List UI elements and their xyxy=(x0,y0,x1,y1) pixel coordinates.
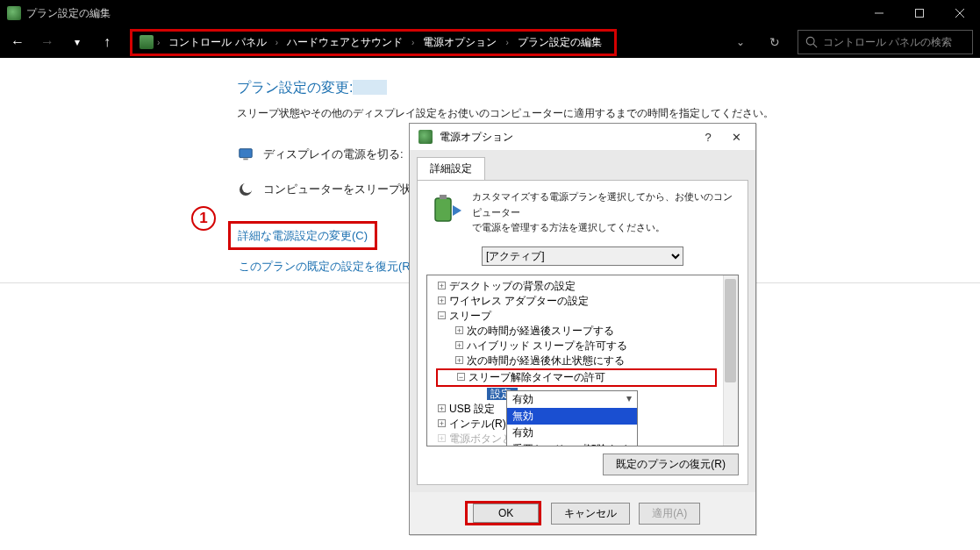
power-plan-icon xyxy=(139,35,154,49)
search-input[interactable]: コントロール パネルの検索 xyxy=(798,30,973,54)
breadcrumb-plan-edit[interactable]: プラン設定の編集 xyxy=(512,35,607,50)
dialog-power-icon xyxy=(418,130,433,144)
dialog-title: 電源オプション xyxy=(440,130,513,145)
svg-rect-10 xyxy=(435,198,451,221)
dialog-footer: OK キャンセル 適用(A) xyxy=(410,492,755,534)
plan-name-selected xyxy=(353,80,386,95)
breadcrumb[interactable]: › コントロール パネル › ハードウェアとサウンド › 電源オプション › プ… xyxy=(130,29,617,56)
breadcrumb-sep: › xyxy=(505,38,508,47)
cancel-button[interactable]: キャンセル xyxy=(551,503,630,525)
dialog-tabs: 詳細設定 xyxy=(410,150,755,180)
breadcrumb-sep: › xyxy=(411,38,414,47)
page-description: スリープ状態やその他のディスプレイ設定をお使いのコンピューターに適用するまでの時… xyxy=(237,106,980,121)
tree-wake-timer-highlight: −スリープ解除タイマーの許可 xyxy=(436,368,717,387)
dialog-titlebar: 電源オプション ? ✕ xyxy=(410,124,755,150)
combo-current[interactable]: 有効 xyxy=(507,391,637,408)
ok-button[interactable]: OK xyxy=(473,504,539,523)
breadcrumb-control-panel[interactable]: コントロール パネル xyxy=(163,35,271,50)
restore-row: 既定のプランの復元(R) xyxy=(426,446,739,475)
svg-rect-6 xyxy=(240,149,252,158)
tree-wireless[interactable]: +ワイヤレス アダプターの設定 xyxy=(431,294,734,309)
forward-button[interactable]: → xyxy=(37,34,58,50)
advanced-power-link[interactable]: 詳細な電源設定の変更(C) xyxy=(238,229,368,242)
window-title: プラン設定の編集 xyxy=(26,6,111,21)
dialog-close-button[interactable]: ✕ xyxy=(726,131,747,144)
svg-line-5 xyxy=(813,44,817,47)
titlebar: プラン設定の編集 xyxy=(0,0,980,26)
breadcrumb-sep: › xyxy=(157,38,160,47)
refresh-button[interactable]: ↻ xyxy=(761,35,789,49)
advanced-link-highlight: 詳細な電源設定の変更(C) xyxy=(228,221,377,250)
breadcrumb-hardware[interactable]: ハードウェアとサウンド xyxy=(282,35,408,50)
plan-select[interactable]: [アクティブ] xyxy=(482,246,683,266)
settings-tree[interactable]: +デスクトップの背景の設定 +ワイヤレス アダプターの設定 −スリープ +次の時… xyxy=(426,275,739,446)
svg-rect-1 xyxy=(916,10,924,18)
display-off-label: ディスプレイの電源を切る: xyxy=(263,146,404,162)
breadcrumb-sep: › xyxy=(275,38,278,47)
dialog-desc-line2: で電源を管理する方法を選択してください。 xyxy=(472,222,665,232)
dialog-body: カスタマイズする電源プランを選択してから、お使いのコンピューター で電源を管理す… xyxy=(417,180,748,485)
svg-point-4 xyxy=(806,37,814,45)
tree-sleep-after[interactable]: +次の時間が経過後スリープする xyxy=(431,324,734,339)
power-options-dialog: 電源オプション ? ✕ 詳細設定 カスタマイズする電源プランを選択してから、お使… xyxy=(409,123,756,535)
breadcrumb-expand[interactable]: ⌄ xyxy=(729,36,752,48)
combo-opt-enable[interactable]: 有効 xyxy=(507,425,637,441)
navbar: ← → ▾ ↑ › コントロール パネル › ハードウェアとサウンド › 電源オ… xyxy=(0,26,980,58)
tree-sleep[interactable]: −スリープ xyxy=(431,309,734,324)
up-button[interactable]: ↑ xyxy=(97,34,118,50)
tree-scrollbar-thumb[interactable] xyxy=(725,279,736,382)
maximize-button[interactable] xyxy=(899,0,940,26)
svg-point-9 xyxy=(242,182,253,193)
tree-wake-timer[interactable]: −スリープ解除タイマーの許可 xyxy=(438,370,715,385)
battery-icon xyxy=(426,189,465,228)
tree-desktop-bg[interactable]: +デスクトップの背景の設定 xyxy=(431,279,734,294)
dialog-description: カスタマイズする電源プランを選択してから、お使いのコンピューター で電源を管理す… xyxy=(472,189,739,236)
ok-highlight: OK xyxy=(465,501,541,525)
annotation-1: 1 xyxy=(191,206,216,231)
svg-rect-11 xyxy=(440,195,447,199)
page-title: プラン設定の変更: xyxy=(237,79,980,97)
tree-hibernate[interactable]: +次の時間が経過後休止状態にする xyxy=(431,354,734,368)
setting-combo[interactable]: 有効 無効 有効 重要なスリープ解除タイマーのみ xyxy=(506,390,638,446)
combo-opt-disable[interactable]: 無効 xyxy=(507,408,637,425)
recent-dropdown[interactable]: ▾ xyxy=(67,36,88,48)
tab-advanced[interactable]: 詳細設定 xyxy=(417,157,485,180)
search-placeholder: コントロール パネルの検索 xyxy=(823,35,952,50)
svg-rect-7 xyxy=(243,159,247,161)
minimize-button[interactable] xyxy=(859,0,899,26)
dialog-desc-line1: カスタマイズする電源プランを選択してから、お使いのコンピューター xyxy=(472,191,733,218)
breadcrumb-power[interactable]: 電源オプション xyxy=(418,35,502,50)
power-options-icon xyxy=(7,6,21,20)
close-button[interactable] xyxy=(940,0,980,26)
apply-button[interactable]: 適用(A) xyxy=(639,503,700,525)
back-button[interactable]: ← xyxy=(7,34,28,50)
restore-plan-button[interactable]: 既定のプランの復元(R) xyxy=(603,454,739,475)
tree-hybrid[interactable]: +ハイブリッド スリープを許可する xyxy=(431,339,734,354)
dialog-help-button[interactable]: ? xyxy=(697,131,719,144)
moon-icon xyxy=(237,181,254,198)
page-title-text: プラン設定の変更: xyxy=(237,80,353,95)
display-icon xyxy=(237,146,254,163)
search-icon xyxy=(805,36,818,48)
